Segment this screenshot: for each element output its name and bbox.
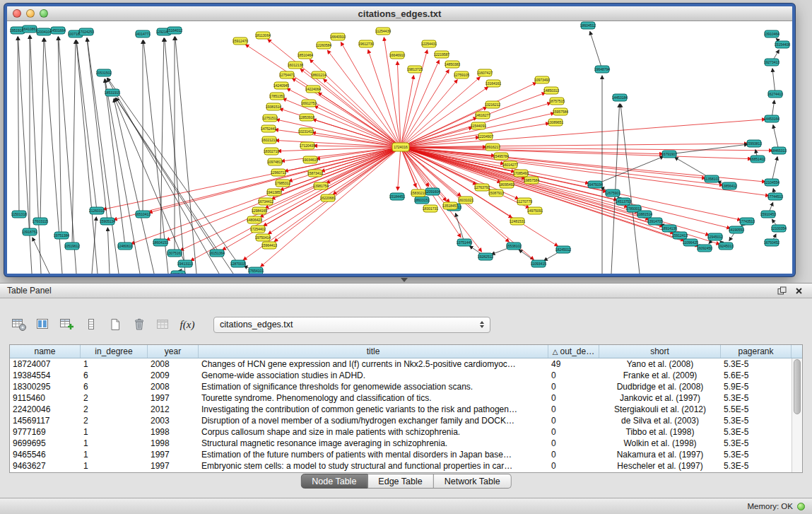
tab-network-table[interactable]: Network Table bbox=[434, 474, 512, 489]
column-header-pagerank[interactable]: pagerank bbox=[721, 345, 792, 358]
splitter-grip-icon[interactable] bbox=[401, 278, 408, 282]
column-header-year[interactable]: year bbox=[148, 345, 199, 358]
graph-edge[interactable] bbox=[131, 147, 401, 244]
cell-year[interactable]: 2003 bbox=[148, 416, 199, 426]
network-table-select[interactable]: citations_edges.txt bbox=[213, 317, 490, 333]
cell-in_degree[interactable]: 2 bbox=[81, 393, 148, 403]
cell-year[interactable]: 1997 bbox=[148, 461, 199, 471]
table-row[interactable]: 1830029562008Estimation of significance … bbox=[10, 381, 792, 392]
column-header-in_degree[interactable]: in_degree bbox=[81, 345, 148, 358]
cell-title[interactable]: Embryonic stem cells: a model to study s… bbox=[199, 461, 548, 471]
cell-name[interactable]: 9115460 bbox=[10, 393, 81, 403]
cell-short[interactable]: Tibbo et al. (1998) bbox=[599, 427, 721, 437]
network-graph[interactable]: 1951916316410861120041041450166410071882… bbox=[7, 21, 792, 274]
table-row[interactable]: 1872400712008Changes of HCN gene express… bbox=[10, 358, 792, 370]
cell-pagerank[interactable]: 5.3E-5 bbox=[721, 393, 792, 403]
cell-year[interactable]: 1998 bbox=[148, 438, 199, 448]
graph-edge[interactable] bbox=[283, 98, 401, 147]
cell-title[interactable]: Changes of HCN gene expression and I(f) … bbox=[199, 359, 548, 369]
cell-pagerank[interactable]: 5.3E-5 bbox=[721, 427, 792, 437]
graph-edge[interactable] bbox=[611, 104, 620, 274]
table-row[interactable]: 946554611997Estimation of the future num… bbox=[10, 449, 792, 460]
cell-title[interactable]: Corpus callosum shape and size in male p… bbox=[199, 427, 548, 437]
cell-year[interactable]: 2008 bbox=[148, 359, 199, 369]
graph-edge[interactable] bbox=[401, 77, 480, 147]
tab-node-table[interactable]: Node Table bbox=[300, 474, 367, 489]
table-row[interactable]: 1938455462009Genome-wide association stu… bbox=[10, 370, 792, 381]
cell-name[interactable]: 22420046 bbox=[10, 404, 81, 414]
cell-short[interactable]: Dudbridge et al. (2008) bbox=[599, 382, 721, 392]
graph-edge[interactable] bbox=[40, 38, 44, 221]
cell-out_degree[interactable]: 0 bbox=[548, 450, 599, 460]
graph-edge[interactable] bbox=[107, 78, 238, 264]
table-row[interactable]: 946362711997Embryonic stem cells: a mode… bbox=[10, 460, 792, 472]
cell-short[interactable]: de Silva et al. (2003) bbox=[599, 416, 721, 426]
table-row[interactable]: 969969511998Structural magnetic resonanc… bbox=[10, 438, 792, 449]
cell-name[interactable]: 9777169 bbox=[10, 427, 81, 437]
cell-in_degree[interactable]: 6 bbox=[81, 382, 148, 392]
graph-edge[interactable] bbox=[401, 147, 705, 178]
graph-edge[interactable] bbox=[398, 147, 401, 190]
graph-edge[interactable] bbox=[401, 147, 698, 246]
cell-out_degree[interactable]: 0 bbox=[548, 393, 599, 403]
graph-edge[interactable] bbox=[268, 40, 401, 147]
cell-year[interactable]: 2012 bbox=[148, 404, 199, 414]
graph-edge[interactable] bbox=[76, 40, 97, 211]
cell-in_degree[interactable]: 1 bbox=[81, 438, 148, 448]
cell-in_degree[interactable]: 1 bbox=[81, 427, 148, 437]
graph-edge[interactable] bbox=[590, 32, 602, 69]
cell-title[interactable]: Disruption of a novel member of a sodium… bbox=[199, 416, 548, 426]
close-window-button[interactable] bbox=[13, 9, 21, 18]
table-vertical-scrollbar[interactable] bbox=[792, 358, 802, 472]
cell-pagerank[interactable]: 5.9E-5 bbox=[721, 382, 792, 392]
rows-icon[interactable] bbox=[82, 316, 100, 333]
table-row[interactable]: 1456911722003Disruption of a novel membe… bbox=[10, 415, 792, 426]
graph-edge[interactable] bbox=[143, 40, 168, 274]
cell-name[interactable]: 14569117 bbox=[10, 416, 81, 426]
graph-edge[interactable] bbox=[175, 37, 196, 274]
graph-edge[interactable] bbox=[191, 147, 401, 261]
cell-short[interactable]: Nakamura et al. (1997) bbox=[599, 450, 721, 460]
cell-short[interactable]: Franke et al. (2009) bbox=[599, 370, 721, 380]
column-header-out_degree[interactable]: △out_de… bbox=[548, 345, 599, 358]
graph-edge[interactable] bbox=[165, 38, 185, 274]
cell-pagerank[interactable]: 5.6E-5 bbox=[721, 370, 792, 380]
cell-short[interactable]: Stergiakouli et al. (2012) bbox=[599, 404, 721, 414]
graph-edge[interactable] bbox=[669, 144, 748, 154]
graph-edge[interactable] bbox=[276, 119, 401, 147]
cell-in_degree[interactable]: 2 bbox=[81, 416, 148, 426]
cell-short[interactable]: Jankovic et al. (1997) bbox=[599, 393, 721, 403]
cell-pagerank[interactable]: 5.3E-5 bbox=[721, 450, 792, 460]
cell-year[interactable]: 1997 bbox=[148, 450, 199, 460]
cell-in_degree[interactable]: 2 bbox=[81, 404, 148, 414]
cell-short[interactable]: Yano et al. (2008) bbox=[599, 359, 721, 369]
graph-edge[interactable] bbox=[274, 147, 401, 242]
cell-out_degree[interactable]: 0 bbox=[548, 416, 599, 426]
new-document-icon[interactable] bbox=[106, 316, 124, 333]
graph-edge[interactable] bbox=[72, 40, 76, 246]
cell-short[interactable]: Hescheler et al. (1997) bbox=[599, 461, 721, 471]
network-window[interactable]: citations_edges.txt 19519163164108611200… bbox=[4, 4, 795, 276]
cell-title[interactable]: Genome-wide association studies in ADHD. bbox=[199, 370, 548, 380]
cell-pagerank[interactable]: 5.5E-5 bbox=[721, 404, 792, 414]
cell-in_degree[interactable]: 1 bbox=[81, 450, 148, 460]
edit-table-icon[interactable] bbox=[58, 316, 76, 333]
graph-edge[interactable] bbox=[401, 144, 748, 147]
table-settings-icon[interactable] bbox=[10, 316, 28, 333]
scrollbar-thumb[interactable] bbox=[794, 359, 801, 414]
minimize-window-button[interactable] bbox=[26, 9, 35, 18]
graph-edge[interactable] bbox=[149, 147, 401, 213]
graph-edge[interactable] bbox=[401, 119, 765, 147]
table-row[interactable]: 911546021997Tourette syndrome. Phenomeno… bbox=[10, 392, 792, 404]
cell-in_degree[interactable]: 6 bbox=[81, 370, 148, 380]
tab-edge-table[interactable]: Edge Table bbox=[367, 474, 433, 489]
cell-name[interactable]: 19384554 bbox=[10, 370, 81, 380]
graph-edge[interactable] bbox=[18, 37, 19, 214]
cell-year[interactable]: 2009 bbox=[148, 370, 199, 380]
table-row[interactable]: 2242004622012Investigating the contribut… bbox=[10, 404, 792, 415]
cell-title[interactable]: Investigating the contribution of common… bbox=[199, 404, 548, 414]
graph-edge[interactable] bbox=[76, 40, 98, 274]
cell-title[interactable]: Structural magnetic resonance image aver… bbox=[199, 438, 548, 448]
function-builder-icon[interactable]: f(x) bbox=[178, 316, 196, 333]
graph-edge[interactable] bbox=[92, 217, 96, 274]
